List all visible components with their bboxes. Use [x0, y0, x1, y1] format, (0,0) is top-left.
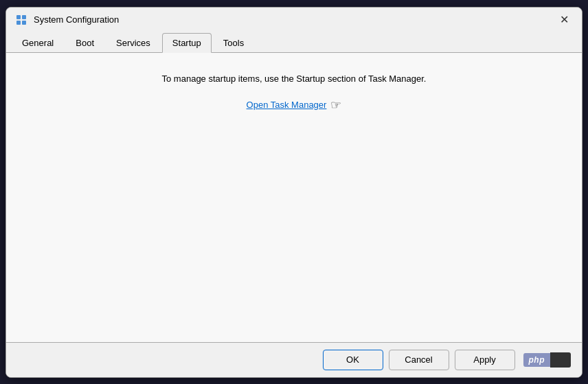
tab-startup[interactable]: Startup	[162, 33, 212, 53]
svg-rect-3	[22, 21, 26, 25]
svg-rect-1	[22, 15, 26, 19]
open-task-manager-link[interactable]: Open Task Manager	[247, 100, 327, 110]
php-text: php	[529, 355, 545, 365]
close-button[interactable]: ✕	[554, 10, 574, 30]
tab-bar: General Boot Services Startup Tools	[6, 32, 582, 53]
title-bar: System Configuration ✕	[6, 8, 582, 32]
system-configuration-dialog: System Configuration ✕ General Boot Serv…	[5, 7, 583, 378]
tab-general[interactable]: General	[12, 33, 64, 53]
svg-rect-0	[16, 15, 21, 19]
php-badge: php	[523, 352, 572, 368]
svg-rect-2	[16, 21, 21, 25]
footer: OK Cancel Apply php	[6, 342, 582, 377]
php-dark-block	[550, 352, 571, 368]
title-bar-left: System Configuration	[14, 13, 119, 27]
content-area: To manage startup items, use the Startup…	[6, 53, 582, 342]
config-icon	[14, 13, 28, 27]
tab-tools[interactable]: Tools	[213, 33, 254, 53]
tab-services[interactable]: Services	[106, 33, 161, 53]
cursor-icon: ☞	[330, 98, 341, 113]
cancel-button[interactable]: Cancel	[389, 350, 449, 370]
dialog-title: System Configuration	[34, 14, 119, 25]
ok-button[interactable]: OK	[323, 350, 383, 370]
apply-button[interactable]: Apply	[455, 350, 515, 370]
link-container: Open Task Manager ☞	[247, 98, 342, 113]
php-tag-label: php	[523, 353, 551, 367]
info-text: To manage startup items, use the Startup…	[162, 74, 427, 84]
tab-boot[interactable]: Boot	[65, 33, 104, 53]
